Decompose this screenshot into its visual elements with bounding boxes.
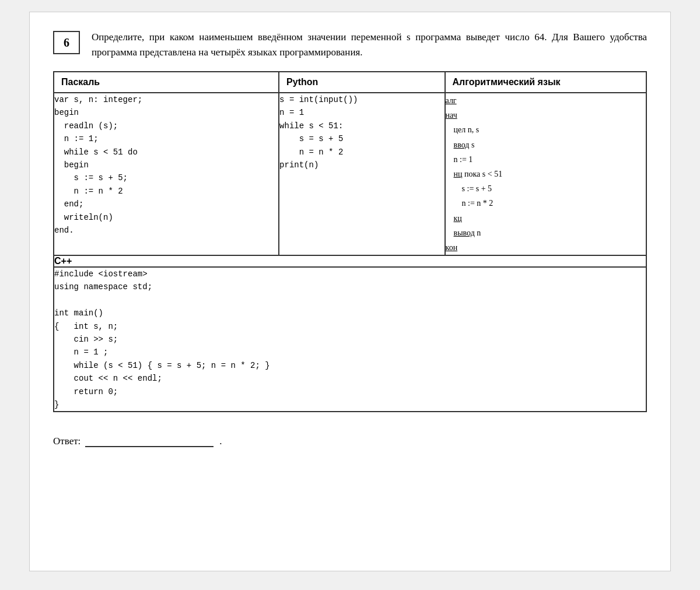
alg-line-5: n := 1	[446, 152, 646, 167]
table-header-row: Паскаль Python Алгоритмический язык	[54, 72, 646, 93]
alg-line-8: n := n * 2	[446, 196, 646, 210]
python-header: Python	[279, 72, 444, 93]
cpp-header: C++	[54, 255, 646, 267]
alg-line-11: кон	[446, 240, 646, 255]
cpp-code: #include <iostream> using namespace std;…	[54, 268, 646, 411]
question-number: 6	[53, 31, 80, 54]
answer-dot: .	[219, 436, 222, 447]
alg-line-3: цел n, s	[446, 122, 646, 137]
main-table: Паскаль Python Алгоритмический язык var …	[53, 71, 647, 412]
alg-line-10: вывод n	[446, 226, 646, 240]
alg-line-7: s := s + 5	[446, 181, 646, 196]
alg-line-4: ввод s	[446, 138, 646, 152]
alg-line-2: нач	[446, 108, 646, 122]
alg-code-cell: алг нач цел n, s ввод s n := 1 нц пока s…	[445, 93, 646, 255]
page: 6 Определите, при каком наименьшем введё…	[29, 12, 671, 571]
alg-line-9: кц	[446, 211, 646, 226]
cpp-header-row: C++	[54, 255, 646, 267]
cpp-code-cell: #include <iostream> using namespace std;…	[54, 267, 646, 412]
python-code-cell: s = int(input()) n = 1 while s < 51: s =…	[279, 93, 444, 255]
answer-section: Ответ: .	[53, 436, 647, 447]
alg-line-6: нц пока s < 51	[446, 167, 646, 181]
answer-line[interactable]	[85, 436, 214, 447]
pascal-code: var s, n: integer; begin readln (s); n :…	[54, 93, 278, 237]
alg-line-1: алг	[446, 93, 646, 108]
alg-code: алг нач цел n, s ввод s n := 1 нц пока s…	[446, 93, 646, 255]
python-code: s = int(input()) n = 1 while s < 51: s =…	[279, 93, 444, 171]
alg-header: Алгоритмический язык	[445, 72, 646, 93]
pascal-header: Паскаль	[54, 72, 279, 93]
question-header: 6 Определите, при каком наименьшем введё…	[53, 30, 647, 59]
pascal-code-cell: var s, n: integer; begin readln (s); n :…	[54, 93, 279, 255]
answer-label: Ответ:	[53, 436, 80, 447]
cpp-code-row: #include <iostream> using namespace std;…	[54, 267, 646, 412]
question-text: Определите, при каком наименьшем введённ…	[92, 30, 647, 59]
code-row: var s, n: integer; begin readln (s); n :…	[54, 93, 646, 255]
